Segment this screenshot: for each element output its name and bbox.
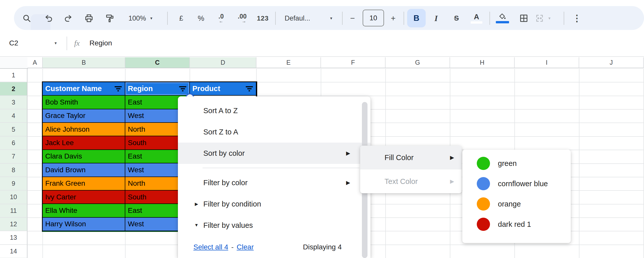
decrease-font-size-button[interactable]: − (345, 7, 360, 29)
row-header-5[interactable]: 5 (0, 123, 27, 136)
color-swatch-icon (477, 157, 490, 170)
menu-item-sort-a-to-z[interactable]: Sort A to Z (178, 100, 371, 121)
color-options-menu: green cornflower blue orange dark red 1 (462, 150, 571, 243)
font-size-input[interactable]: 10 (363, 10, 384, 26)
italic-icon: I (435, 14, 438, 23)
formula-input[interactable]: Region (89, 30, 112, 56)
menu-item-filter-by-condition[interactable]: ▶ Filter by condition (178, 193, 371, 215)
row-header-9[interactable]: 9 (0, 177, 27, 191)
italic-button[interactable]: I (428, 7, 444, 29)
filter-icon[interactable] (246, 86, 253, 91)
row-header-2[interactable]: 2 (0, 82, 27, 96)
table-cell-name[interactable]: Alice Johnson (43, 123, 125, 136)
row-header-13[interactable]: 13 (0, 231, 27, 245)
menu-item-label: Filter by values (203, 221, 253, 230)
bold-button[interactable]: B (407, 9, 426, 27)
select-all-corner[interactable] (0, 57, 28, 69)
color-option-orange[interactable]: orange (462, 194, 571, 214)
font-name: Defaul... (285, 14, 310, 22)
color-option-dark-red-1[interactable]: dark red 1 (462, 214, 571, 234)
table-header-label: Product (192, 84, 220, 93)
increase-font-size-button[interactable]: + (385, 7, 401, 29)
column-header-C[interactable]: C (125, 57, 190, 68)
merge-cells-button[interactable]: ▼ (535, 7, 551, 29)
color-option-cornflower-blue[interactable]: cornflower blue (462, 174, 571, 194)
column-header-E[interactable]: E (256, 57, 321, 68)
menu-item-sort-z-to-a[interactable]: Sort Z to A (178, 121, 371, 143)
clear-link[interactable]: Clear (237, 243, 254, 251)
row-header-11[interactable]: 11 (0, 204, 27, 218)
table-cell-name[interactable]: Bob Smith (43, 96, 125, 109)
column-header-D[interactable]: D (190, 57, 256, 68)
color-option-label: orange (498, 200, 521, 208)
color-option-green[interactable]: green (462, 153, 571, 174)
menu-item-label: Filter by color (203, 179, 248, 187)
column-header-J[interactable]: J (579, 57, 644, 68)
chevron-down-icon: ▼ (329, 16, 333, 20)
row-header-6[interactable]: 6 (0, 136, 27, 150)
borders-button[interactable] (514, 7, 533, 29)
table-cell-name[interactable]: Ivy Carter (43, 191, 125, 204)
zoom-control[interactable]: 100% ▼ (120, 7, 162, 29)
search-button[interactable] (17, 7, 37, 29)
table-header-cell[interactable]: Product (190, 82, 256, 96)
currency-format-button[interactable]: £ (173, 7, 189, 29)
fill-color-button[interactable] (494, 7, 511, 29)
row-header-12[interactable]: 12 (0, 218, 27, 231)
menu-item-filter-by-color[interactable]: Filter by color ▶ (178, 172, 371, 193)
table-cell-name[interactable]: Clara Davis (43, 150, 125, 163)
number-format-button[interactable]: 123 (254, 7, 272, 29)
table-cell-name[interactable]: Harry Wilson (43, 218, 125, 231)
redo-button[interactable] (59, 7, 78, 29)
text-color-button[interactable]: A (468, 7, 485, 29)
submenu-item-fill-color[interactable]: Fill Color ▶ (360, 146, 462, 169)
percent-format-button[interactable]: % (193, 7, 209, 29)
table-cell-name[interactable]: Jack Lee (43, 136, 125, 150)
color-option-label: dark red 1 (498, 220, 531, 229)
menu-divider (203, 168, 359, 168)
column-header-A[interactable]: A (27, 57, 43, 68)
filter-icon[interactable] (115, 86, 122, 91)
name-box-caret-icon[interactable]: ▼ (54, 30, 57, 56)
select-all-link[interactable]: Select all 4 (193, 243, 228, 251)
column-header-H[interactable]: H (450, 57, 515, 68)
row-header-4[interactable]: 4 (0, 109, 27, 123)
row-header-7[interactable]: 7 (0, 150, 27, 163)
menu-item-filter-by-values[interactable]: ▼ Filter by values (178, 215, 371, 236)
formula-bar-divider (67, 37, 67, 50)
column-header-F[interactable]: F (321, 57, 386, 68)
toolbar-divider (404, 12, 404, 25)
search-icon (22, 14, 31, 23)
table-cell-name[interactable]: Ella White (43, 204, 125, 217)
submenu-item-text-color: Text Color ▶ (360, 169, 462, 193)
increase-decimal-button[interactable]: .00 → (232, 7, 252, 29)
column-header-B[interactable]: B (43, 57, 125, 68)
menu-item-sort-by-color[interactable]: Sort by color ▶ (178, 143, 371, 164)
row-header-8[interactable]: 8 (0, 164, 27, 177)
row-header-14[interactable]: 14 (0, 245, 27, 258)
table-cell-name[interactable]: David Brown (43, 163, 125, 177)
filter-icon[interactable] (179, 86, 186, 91)
more-options-button[interactable]: ⋮ (569, 7, 585, 29)
paint-format-button[interactable] (100, 7, 119, 29)
column-header-I[interactable]: I (515, 57, 579, 68)
table-cell-name[interactable]: Grace Taylor (43, 109, 125, 123)
row-header-10[interactable]: 10 (0, 191, 27, 204)
table-header-cell[interactable]: Region (125, 82, 190, 96)
menu-item-label: Filter by condition (203, 200, 261, 208)
print-button[interactable] (79, 7, 99, 29)
row-header-3[interactable]: 3 (0, 96, 27, 109)
undo-button[interactable] (39, 7, 58, 29)
font-selector[interactable]: Defaul... ▼ (279, 7, 339, 29)
toolbar-divider (564, 12, 564, 25)
plus-icon: + (391, 14, 396, 23)
table-header-cell[interactable]: Customer Name (43, 82, 125, 96)
minus-icon: − (350, 14, 355, 23)
decrease-decimal-button[interactable]: .0 ← (212, 7, 230, 29)
row-header-1[interactable]: 1 (0, 69, 27, 82)
strikethrough-button[interactable]: S (447, 7, 466, 29)
table-cell-name[interactable]: Frank Green (43, 177, 125, 191)
submenu-arrow-icon: ▶ (450, 178, 454, 184)
column-header-G[interactable]: G (386, 57, 450, 68)
name-box[interactable]: C2 (9, 30, 18, 56)
